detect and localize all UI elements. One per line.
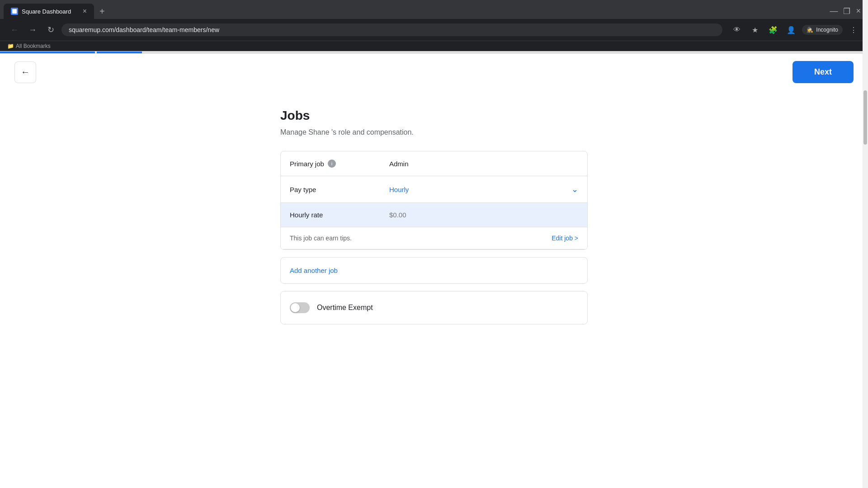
- active-tab[interactable]: Square Dashboard ×: [4, 4, 94, 19]
- chevron-down-icon: ⌄: [571, 184, 578, 194]
- incognito-badge: 🕵 Incognito: [802, 25, 843, 35]
- back-icon: ←: [21, 67, 30, 77]
- bookmarks-label: All Bookmarks: [16, 43, 51, 49]
- tab-list: Square Dashboard × +: [4, 4, 830, 19]
- tips-text: This job can earn tips.: [290, 235, 352, 242]
- primary-job-value: Admin: [380, 152, 587, 176]
- scrollbar-thumb[interactable]: [863, 90, 867, 145]
- page-content: ← Next Jobs Manage Shane 's role and com…: [0, 51, 868, 467]
- overtime-label: Overtime Exempt: [317, 304, 373, 312]
- page-header: ← Next: [0, 54, 868, 90]
- reload-button[interactable]: ↻: [43, 23, 58, 37]
- page-subtitle: Manage Shane 's role and compensation.: [280, 128, 588, 136]
- toggle-thumb: [291, 303, 300, 312]
- maximize-button[interactable]: ❐: [843, 6, 850, 16]
- window-controls: — ❐ ×: [830, 6, 864, 16]
- progress-step-2: [97, 52, 142, 53]
- primary-job-label: Primary job i: [281, 151, 380, 176]
- browser-chrome: Square Dashboard × + — ❐ × ← → ↻ 👁 ★ 🧩 👤…: [0, 0, 868, 51]
- incognito-icon: 🕵: [807, 27, 813, 33]
- browser-actions: 👁 ★ 🧩 👤 🕵 Incognito ⋮: [730, 23, 861, 37]
- overtime-row: Overtime Exempt: [280, 291, 588, 324]
- bookmarks-folder-icon: 📁: [7, 43, 14, 49]
- tab-favicon: [11, 8, 18, 15]
- tab-bar: Square Dashboard × + — ❐ ×: [0, 0, 868, 19]
- nav-bar: ← → ↻ 👁 ★ 🧩 👤 🕵 Incognito ⋮: [0, 19, 868, 41]
- pay-type-value[interactable]: Hourly ⌄: [380, 176, 587, 202]
- new-tab-button[interactable]: +: [94, 5, 110, 19]
- profile-icon[interactable]: 👤: [784, 23, 798, 37]
- next-button[interactable]: Next: [793, 61, 854, 83]
- minimize-button[interactable]: —: [830, 6, 838, 16]
- back-button[interactable]: ←: [14, 61, 36, 83]
- eye-slash-icon[interactable]: 👁: [730, 23, 744, 37]
- overtime-toggle[interactable]: [290, 302, 310, 313]
- progress-step-4: [290, 52, 868, 53]
- bookmarks-bar: 📁 All Bookmarks: [0, 41, 868, 51]
- address-bar[interactable]: [61, 23, 722, 36]
- menu-button[interactable]: ⋮: [846, 23, 861, 37]
- main-content: Jobs Manage Shane 's role and compensati…: [271, 108, 597, 324]
- tab-title: Square Dashboard: [22, 8, 71, 15]
- incognito-label: Incognito: [816, 27, 838, 33]
- primary-job-row: Primary job i Admin: [281, 151, 587, 176]
- jobs-table: Primary job i Admin Pay type Hourly ⌄: [280, 151, 588, 250]
- bookmark-icon[interactable]: ★: [748, 23, 762, 37]
- hourly-rate-input[interactable]: [389, 211, 578, 219]
- back-nav-button[interactable]: ←: [7, 23, 22, 37]
- page-title: Jobs: [280, 108, 588, 123]
- hourly-rate-row: Hourly rate: [281, 203, 587, 227]
- add-another-job-button[interactable]: Add another job: [280, 257, 588, 284]
- close-button[interactable]: ×: [856, 6, 861, 16]
- next-label: Next: [814, 67, 832, 76]
- hourly-rate-value: [380, 203, 587, 227]
- svg-rect-0: [12, 9, 17, 14]
- progress-step-3: [144, 52, 288, 53]
- hourly-rate-label: Hourly rate: [281, 203, 380, 227]
- scrollbar[interactable]: [863, 0, 868, 467]
- pay-type-label: Pay type: [281, 178, 380, 202]
- tips-row: This job can earn tips. Edit job >: [281, 227, 587, 249]
- progress-step-1: [0, 52, 95, 53]
- pay-type-row: Pay type Hourly ⌄: [281, 176, 587, 203]
- primary-job-info-icon[interactable]: i: [328, 160, 336, 168]
- forward-nav-button[interactable]: →: [25, 23, 40, 37]
- tab-close-button[interactable]: ×: [83, 7, 87, 15]
- extension-icon[interactable]: 🧩: [766, 23, 780, 37]
- edit-job-link[interactable]: Edit job >: [552, 235, 578, 242]
